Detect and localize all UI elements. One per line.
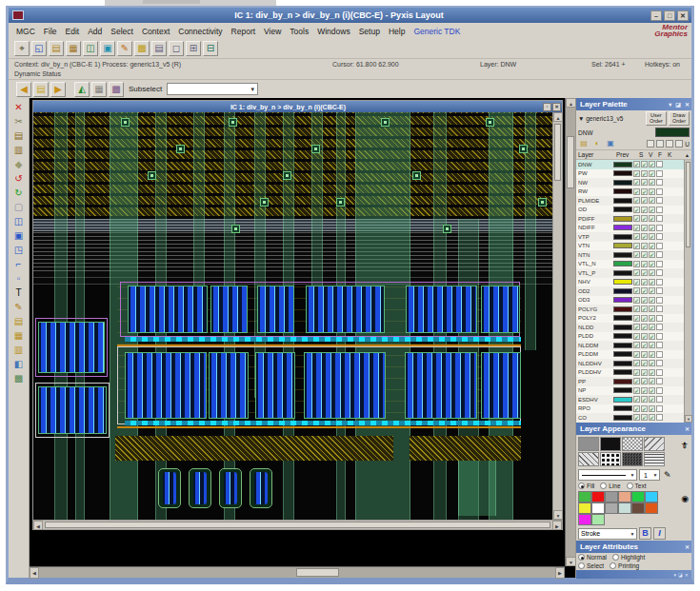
layer-checkbox-v[interactable]: ✓ bbox=[641, 315, 648, 322]
probe-icon[interactable]: ◆ bbox=[10, 158, 27, 171]
open-cell-icon[interactable]: ▤ bbox=[49, 41, 64, 56]
layer-color-swatch[interactable] bbox=[613, 369, 632, 375]
layer-checkbox-f[interactable]: ✓ bbox=[649, 161, 655, 167]
layer-checkbox-k[interactable] bbox=[656, 405, 663, 412]
layer-row[interactable]: ESDHV✓✓✓ bbox=[576, 395, 684, 404]
layer-row[interactable]: PW✓✓✓ bbox=[576, 169, 684, 179]
bold-button[interactable]: B bbox=[639, 527, 651, 540]
layer-color-swatch[interactable] bbox=[613, 361, 632, 366]
layer-color-swatch[interactable] bbox=[613, 387, 632, 393]
layer-row[interactable]: RW✓✓✓ bbox=[576, 187, 684, 197]
layer-color-swatch[interactable] bbox=[613, 333, 632, 339]
layer-checkbox-k[interactable] bbox=[656, 179, 663, 186]
layer-checkbox-s[interactable]: ✓ bbox=[633, 197, 640, 204]
layer-checkbox-f[interactable]: ✓ bbox=[649, 215, 655, 222]
color-swatch[interactable] bbox=[605, 491, 618, 502]
menu-view[interactable]: View bbox=[260, 25, 285, 38]
pencil-icon[interactable]: ✎ bbox=[664, 470, 671, 480]
layer-checkbox-v[interactable]: ✓ bbox=[641, 324, 648, 330]
layer-row[interactable]: VTN✓✓✓ bbox=[576, 242, 684, 251]
pattern-swatch[interactable] bbox=[622, 452, 643, 466]
layer-palette-titlebar[interactable]: Layer Palette ▾ ◪ ✕ bbox=[576, 98, 691, 110]
layer-row[interactable]: PP✓✓✓ bbox=[576, 377, 684, 386]
layer-checkbox-f[interactable]: ✓ bbox=[649, 414, 655, 421]
chevron-down-icon[interactable]: ▼ bbox=[629, 531, 636, 537]
layer-checkbox-v[interactable]: ✓ bbox=[641, 287, 648, 294]
color-swatch[interactable] bbox=[578, 491, 591, 502]
layer-color-swatch[interactable] bbox=[613, 225, 632, 230]
delete-icon[interactable]: ✕ bbox=[10, 101, 27, 114]
line-radio[interactable]: Line bbox=[600, 483, 620, 489]
layer-checkbox-v[interactable]: ✓ bbox=[641, 333, 648, 340]
layer-color-swatch[interactable] bbox=[613, 270, 632, 276]
layer-color-swatch[interactable] bbox=[613, 415, 632, 421]
layer-checkbox-f[interactable]: ✓ bbox=[649, 279, 655, 286]
layer-checkbox-f[interactable]: ✓ bbox=[649, 207, 655, 213]
highlight-radio[interactable]: Highlight bbox=[612, 554, 645, 561]
layer-checkbox-s[interactable]: ✓ bbox=[633, 188, 640, 195]
color-swatch[interactable] bbox=[605, 502, 618, 514]
panel-menu-icon[interactable]: ▾ bbox=[674, 572, 677, 578]
process-dropdown[interactable]: ▼ generic13_v5 bbox=[578, 115, 623, 122]
layer-checkbox-s[interactable]: ✓ bbox=[633, 215, 640, 222]
workspace-vertical-scrollbar[interactable]: ▲ ▼ bbox=[565, 98, 575, 566]
color-swatch[interactable] bbox=[618, 502, 631, 514]
menu-tools[interactable]: Tools bbox=[286, 25, 312, 38]
layer-color-swatch[interactable] bbox=[613, 379, 632, 384]
layer-checkbox-k[interactable] bbox=[656, 315, 663, 322]
edit-shape-icon[interactable]: ✎ bbox=[117, 41, 132, 56]
window-titlebar[interactable]: IC 1: div_by_n > div_by_n (i)(CBC-E) - P… bbox=[9, 8, 691, 23]
window-menu-icon[interactable] bbox=[12, 10, 24, 20]
menu-file[interactable]: File bbox=[40, 25, 61, 38]
menu-context[interactable]: Context bbox=[138, 25, 173, 38]
layer-color-swatch[interactable] bbox=[613, 234, 632, 240]
undo-icon[interactable]: ↺ bbox=[10, 172, 27, 186]
color-swatch[interactable] bbox=[631, 491, 645, 502]
child-window-titlebar[interactable]: IC 1: div_by_n > div_by_n (i)(CBC-E) ▫ ✕ bbox=[33, 101, 562, 112]
layer-checkbox-s[interactable]: ✓ bbox=[633, 342, 640, 348]
dialog-icon[interactable]: ◻ bbox=[169, 41, 184, 56]
color-swatch[interactable] bbox=[645, 491, 658, 502]
layer-checkbox-v[interactable]: ✓ bbox=[641, 396, 648, 403]
layer-checkbox-s[interactable]: ✓ bbox=[633, 405, 640, 412]
ruler-icon[interactable]: ⊞ bbox=[186, 41, 201, 56]
scroll-down-icon[interactable]: ▼ bbox=[685, 415, 692, 423]
layer-row[interactable]: NHV✓✓✓ bbox=[576, 278, 684, 287]
chevron-down-icon[interactable]: ▼ bbox=[651, 472, 659, 478]
layer-color-swatch[interactable] bbox=[613, 162, 632, 167]
layer-checkbox-f[interactable]: ✓ bbox=[649, 324, 655, 330]
select-radio[interactable]: Select bbox=[578, 562, 604, 569]
layer-checkbox-s[interactable]: ✓ bbox=[633, 170, 640, 177]
layer-checkbox-k[interactable] bbox=[656, 297, 663, 304]
all-v-checkbox[interactable] bbox=[656, 140, 664, 148]
move-icon[interactable]: ◫ bbox=[10, 215, 27, 228]
layer-checkbox-s[interactable]: ✓ bbox=[633, 414, 640, 421]
report-icon[interactable]: ▤ bbox=[151, 41, 167, 56]
library-icon[interactable]: ▦ bbox=[10, 329, 27, 343]
layer-checkbox-v[interactable]: ✓ bbox=[641, 378, 648, 384]
pattern-swatch[interactable] bbox=[578, 437, 599, 451]
layer-checkbox-s[interactable]: ✓ bbox=[633, 269, 640, 276]
layer-checkbox-v[interactable]: ✓ bbox=[641, 297, 648, 304]
edit-context-icon[interactable]: ▤ bbox=[33, 82, 49, 97]
panel-close-icon[interactable]: ✕ bbox=[683, 101, 691, 108]
layer-row[interactable]: VTL_N✓✓✓ bbox=[576, 260, 684, 269]
layer-checkbox-s[interactable]: ✓ bbox=[633, 287, 640, 294]
select-area-icon[interactable]: ▢ bbox=[10, 201, 27, 214]
color-swatch[interactable] bbox=[631, 502, 645, 514]
active-layer-swatch[interactable] bbox=[655, 128, 690, 137]
layer-colors-icon[interactable]: ▩ bbox=[134, 41, 150, 56]
layer-row[interactable]: CO✓✓✓ bbox=[576, 413, 684, 423]
printing-radio[interactable]: Printing bbox=[610, 562, 639, 569]
menu-help[interactable]: Help bbox=[385, 25, 409, 38]
chevron-down-icon[interactable]: ▼ bbox=[629, 472, 636, 478]
layer-checkbox-k[interactable] bbox=[656, 188, 663, 195]
layer-checkbox-v[interactable]: ✓ bbox=[641, 179, 648, 186]
layer-checkbox-s[interactable]: ✓ bbox=[633, 179, 640, 186]
line-width-select[interactable]: 1▼ bbox=[639, 469, 660, 481]
pattern-swatch[interactable] bbox=[600, 452, 621, 466]
layer-checkbox-f[interactable]: ✓ bbox=[649, 396, 655, 403]
layer-checkbox-f[interactable]: ✓ bbox=[649, 269, 655, 276]
layer-checkbox-k[interactable] bbox=[656, 351, 663, 358]
layer-checkbox-s[interactable]: ✓ bbox=[633, 369, 640, 376]
